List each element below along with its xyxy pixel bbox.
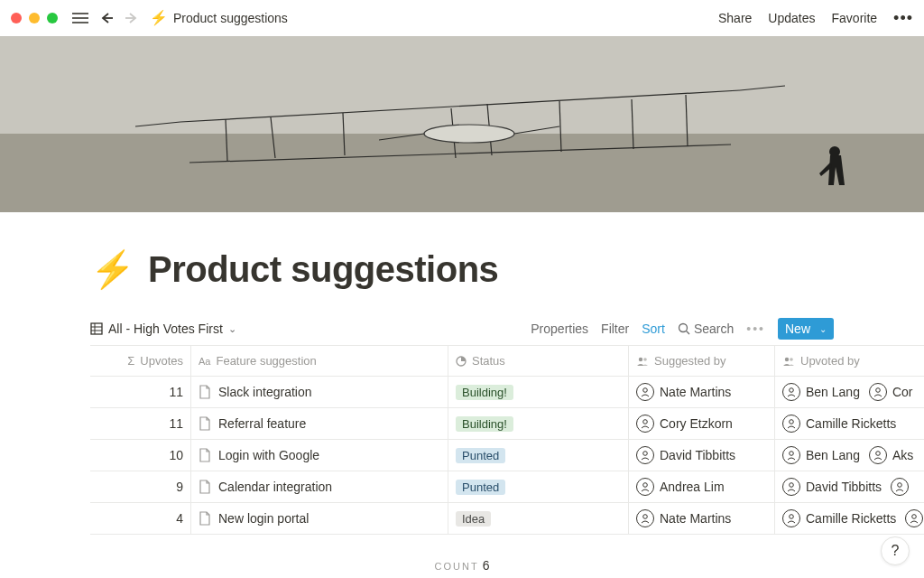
- person-name: Camille Ricketts: [806, 511, 896, 526]
- cell-suggested-by[interactable]: Nate Martins: [629, 377, 775, 407]
- cell-upvoted-by[interactable]: Camille Ricketts: [775, 503, 924, 534]
- svg-point-32: [790, 515, 794, 519]
- breadcrumb-title: Product suggestions: [173, 11, 288, 25]
- sidebar-toggle-icon[interactable]: [70, 10, 90, 26]
- svg-point-19: [790, 358, 793, 361]
- cell-suggested-by[interactable]: Andrea Lim: [629, 471, 775, 502]
- cell-suggested-by[interactable]: David Tibbitts: [629, 440, 775, 471]
- cell-feature[interactable]: New login portal: [191, 503, 448, 534]
- avatar: [782, 478, 800, 496]
- cell-upvoted-by[interactable]: Ben LangCor: [775, 377, 924, 407]
- updates-button[interactable]: Updates: [768, 11, 815, 25]
- maximize-window-icon[interactable]: [47, 13, 58, 23]
- close-window-icon[interactable]: [11, 13, 22, 23]
- cell-status[interactable]: Idea: [448, 503, 629, 534]
- status-tag: Building!: [456, 416, 513, 432]
- person-name: Aks: [892, 448, 913, 462]
- feature-title: Login with Google: [218, 448, 319, 462]
- person-name: Cory Etzkorn: [660, 416, 733, 431]
- cell-feature[interactable]: Slack integration: [191, 377, 448, 407]
- status-icon: [456, 356, 467, 367]
- page-icon[interactable]: ⚡: [90, 248, 135, 291]
- more-menu-icon[interactable]: •••: [893, 9, 913, 28]
- person-name: Andrea Lim: [660, 480, 725, 494]
- col-status[interactable]: Status: [448, 346, 629, 376]
- avatar: [782, 446, 800, 464]
- cell-status[interactable]: Punted: [448, 471, 629, 502]
- status-tag: Punted: [456, 480, 505, 495]
- avatar: [869, 383, 887, 401]
- avatar: [869, 446, 887, 464]
- table-row[interactable]: 10Login with GooglePuntedDavid TibbittsB…: [90, 440, 924, 471]
- count-label: COUNT: [435, 561, 479, 572]
- avatar: [891, 478, 909, 496]
- view-switcher[interactable]: All - High Votes First ⌄: [90, 322, 236, 336]
- col-suggested-by[interactable]: Suggested by: [629, 346, 775, 376]
- cell-suggested-by[interactable]: Nate Martins: [629, 503, 775, 534]
- cell-upvoted-by[interactable]: Ben LangAks: [775, 440, 924, 471]
- cell-status[interactable]: Building!: [448, 408, 629, 439]
- svg-point-23: [643, 420, 648, 424]
- properties-button[interactable]: Properties: [531, 322, 588, 336]
- status-tag: Idea: [456, 511, 491, 527]
- svg-point-13: [679, 324, 687, 332]
- page-icon: [199, 448, 211, 462]
- help-button[interactable]: ?: [881, 536, 910, 565]
- svg-point-22: [876, 388, 881, 393]
- svg-point-29: [790, 483, 794, 488]
- cell-status[interactable]: Building!: [448, 377, 629, 407]
- search-button[interactable]: Search: [678, 322, 734, 336]
- window-topbar: ⚡ Product suggestions Share Updates Favo…: [0, 0, 924, 36]
- feature-title: Slack integration: [218, 385, 312, 399]
- avatar: [782, 383, 800, 401]
- person-name: Nate Martins: [660, 511, 731, 526]
- toolbar-more-icon[interactable]: •••: [746, 322, 765, 336]
- database-table: Σ Upvotes Aa Feature suggestion Status S…: [90, 345, 924, 535]
- table-row[interactable]: 9Calendar integrationPuntedAndrea LimDav…: [90, 471, 924, 503]
- cell-upvotes[interactable]: 11: [90, 377, 191, 407]
- col-feature[interactable]: Aa Feature suggestion: [191, 346, 448, 376]
- favorite-button[interactable]: Favorite: [832, 11, 878, 25]
- cell-suggested-by[interactable]: Cory Etzkorn: [629, 408, 775, 439]
- cell-upvotes[interactable]: 4: [90, 503, 191, 534]
- feature-title: Referral feature: [218, 416, 306, 431]
- page-title-text[interactable]: Product suggestions: [148, 249, 498, 290]
- svg-point-27: [876, 452, 881, 456]
- sort-button[interactable]: Sort: [642, 322, 665, 336]
- col-upvotes[interactable]: Σ Upvotes: [90, 346, 191, 376]
- cell-upvoted-by[interactable]: Camille Ricketts: [775, 408, 924, 439]
- status-tag: Punted: [456, 448, 505, 463]
- nav-back-icon[interactable]: [97, 9, 116, 27]
- nav-forward-icon[interactable]: [123, 9, 141, 27]
- cell-upvotes[interactable]: 11: [90, 408, 191, 439]
- chevron-down-icon: ⌄: [228, 323, 236, 335]
- new-button[interactable]: New ⌄: [778, 318, 834, 340]
- table-view-icon: [90, 322, 103, 335]
- svg-point-30: [898, 483, 902, 488]
- avatar: [905, 509, 923, 527]
- table-row[interactable]: 4New login portalIdeaNate MartinsCamille…: [90, 503, 924, 535]
- cell-feature[interactable]: Login with Google: [191, 440, 448, 471]
- svg-rect-9: [91, 323, 102, 334]
- page-icon: [199, 385, 211, 399]
- breadcrumb[interactable]: ⚡ Product suggestions: [150, 11, 288, 25]
- people-icon: [782, 356, 795, 367]
- cell-status[interactable]: Punted: [448, 440, 629, 471]
- table-row[interactable]: 11Slack integrationBuilding!Nate Martins…: [90, 377, 924, 408]
- col-upvoted-by[interactable]: Upvoted by: [775, 346, 924, 376]
- cell-upvoted-by[interactable]: David Tibbitts: [775, 471, 924, 502]
- search-icon: [678, 322, 690, 335]
- view-name: All - High Votes First: [108, 322, 223, 336]
- table-row[interactable]: 11Referral featureBuilding!Cory EtzkornC…: [90, 408, 924, 440]
- svg-point-20: [643, 388, 648, 393]
- cell-feature[interactable]: Calendar integration: [191, 471, 448, 502]
- people-icon: [636, 356, 649, 367]
- cell-upvotes[interactable]: 10: [90, 440, 191, 471]
- cell-upvotes[interactable]: 9: [90, 471, 191, 502]
- feature-title: New login portal: [218, 511, 309, 526]
- filter-button[interactable]: Filter: [601, 322, 629, 336]
- share-button[interactable]: Share: [718, 11, 752, 25]
- minimize-window-icon[interactable]: [29, 13, 40, 23]
- page-cover-image[interactable]: [0, 36, 924, 212]
- cell-feature[interactable]: Referral feature: [191, 408, 448, 439]
